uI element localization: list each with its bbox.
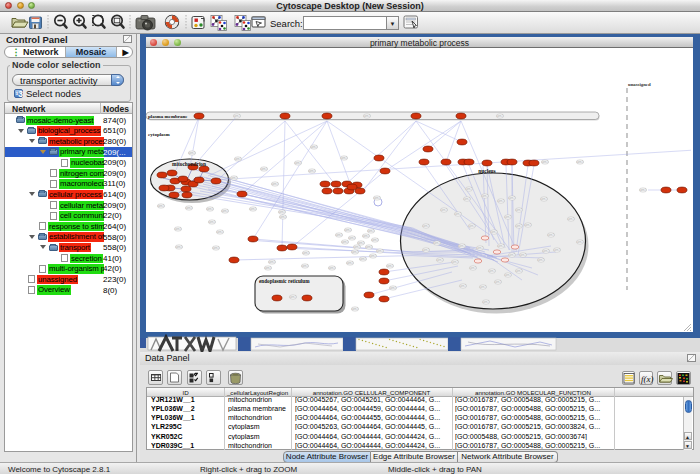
svg-text:ann-l: ann-l [543, 249, 549, 253]
svg-text:ann-l: ann-l [363, 234, 369, 238]
svg-text:ann-l: ann-l [302, 264, 308, 268]
svg-text:unassigned: unassigned [628, 82, 651, 87]
svg-text:ann-l: ann-l [234, 114, 240, 118]
svg-text:ann-l: ann-l [434, 241, 440, 245]
svg-text:ann-l: ann-l [347, 261, 353, 265]
svg-text:ann-l: ann-l [464, 197, 470, 201]
svg-text:ann-l: ann-l [577, 160, 583, 164]
svg-text:ann-l: ann-l [466, 187, 472, 191]
svg-text:cytoplasm: cytoplasm [148, 132, 171, 137]
svg-text:f(x): f(x) [641, 374, 654, 384]
svg-text:ann-l: ann-l [217, 230, 223, 234]
svg-text:ann-l: ann-l [390, 286, 396, 290]
svg-text:ann-l: ann-l [366, 245, 372, 249]
svg-text:ann-l: ann-l [516, 208, 522, 212]
svg-text:ann-l: ann-l [358, 241, 364, 245]
svg-text:ann-l: ann-l [577, 240, 583, 244]
svg-text:ann-l: ann-l [354, 245, 360, 249]
svg-text:ann-l: ann-l [311, 145, 317, 149]
svg-text:ann-l: ann-l [423, 248, 429, 252]
svg-text:ann-l: ann-l [516, 224, 522, 228]
svg-text:ann-l: ann-l [250, 207, 256, 211]
svg-text:ann-l: ann-l [452, 260, 458, 264]
svg-text:ann-l: ann-l [520, 253, 526, 257]
svg-text:plasma membrane: plasma membrane [148, 114, 188, 119]
svg-text:ann-l: ann-l [498, 244, 504, 248]
svg-text:ann-l: ann-l [207, 207, 213, 211]
svg-text:ann-l: ann-l [482, 194, 488, 198]
svg-text:ann-l: ann-l [295, 161, 301, 165]
svg-text:ann-l: ann-l [470, 266, 476, 270]
svg-text:ann-l: ann-l [231, 176, 237, 180]
svg-text:ann-l: ann-l [265, 266, 271, 270]
svg-text:ann-l: ann-l [189, 151, 195, 155]
svg-text:ann-l: ann-l [495, 280, 501, 284]
svg-text:ann-l: ann-l [441, 208, 447, 212]
svg-text:ann-l: ann-l [368, 229, 374, 233]
svg-text:ann-l: ann-l [640, 188, 646, 192]
svg-text:ann-l: ann-l [213, 246, 219, 250]
svg-text:ann-l: ann-l [377, 249, 383, 253]
svg-text:ann-l: ann-l [303, 251, 309, 255]
svg-text:ann-l: ann-l [279, 210, 285, 214]
svg-text:ann-l: ann-l [235, 157, 241, 161]
svg-text:ann-l: ann-l [329, 266, 335, 270]
svg-text:ann-l: ann-l [538, 258, 544, 262]
svg-text:ann-l: ann-l [360, 257, 366, 261]
svg-text:ann-l: ann-l [372, 238, 378, 242]
svg-text:ann-l: ann-l [455, 212, 461, 216]
svg-text:ann-l: ann-l [516, 269, 522, 273]
svg-text:ann-l: ann-l [370, 254, 376, 258]
svg-text:ann-l: ann-l [542, 160, 548, 164]
svg-text:ann-l: ann-l [341, 156, 347, 160]
svg-text:ann-l: ann-l [280, 215, 286, 219]
svg-text:ann-l: ann-l [460, 284, 466, 288]
svg-text:ann-l: ann-l [423, 224, 429, 228]
svg-text:mitochondrion: mitochondrion [172, 161, 206, 167]
svg-text:ann-l: ann-l [222, 209, 228, 213]
svg-text:ann-l: ann-l [352, 250, 358, 254]
svg-text:ann-l: ann-l [352, 307, 358, 311]
svg-text:ann-l: ann-l [349, 236, 355, 240]
svg-text:ann-l: ann-l [269, 260, 275, 264]
svg-text:ann-l: ann-l [505, 273, 511, 277]
svg-text:ann-l: ann-l [336, 233, 342, 237]
svg-text:ann-l: ann-l [483, 300, 489, 304]
svg-text:ann-l: ann-l [489, 269, 495, 273]
svg-text:ann-l: ann-l [342, 240, 348, 244]
svg-text:ann-l: ann-l [525, 223, 531, 227]
svg-text:ann-l: ann-l [548, 233, 554, 237]
svg-text:ann-l: ann-l [509, 253, 515, 257]
svg-text:ann-l: ann-l [175, 227, 181, 231]
svg-text:ann-l: ann-l [498, 199, 504, 203]
svg-text:ann-l: ann-l [477, 246, 483, 250]
svg-text:ann-l: ann-l [480, 285, 486, 289]
svg-text:ann-l: ann-l [509, 196, 515, 200]
svg-text:ann-l: ann-l [568, 217, 574, 221]
svg-text:ann-l: ann-l [505, 215, 511, 219]
svg-text:ann-l: ann-l [469, 224, 475, 228]
svg-text:ann-l: ann-l [554, 248, 560, 252]
svg-text:endoplasmic reticulum: endoplasmic reticulum [259, 278, 310, 284]
svg-text:ann-l: ann-l [261, 167, 267, 171]
svg-text:ann-l: ann-l [290, 295, 296, 299]
svg-text:ann-l: ann-l [158, 204, 164, 208]
svg-text:ann-l: ann-l [387, 264, 393, 268]
svg-text:ann-l: ann-l [309, 169, 315, 173]
svg-text:ann-l: ann-l [497, 114, 503, 118]
svg-text:nucleus: nucleus [478, 168, 495, 174]
svg-text:ann-l: ann-l [186, 206, 192, 210]
svg-text:ann-l: ann-l [345, 228, 351, 232]
svg-text:ann-l: ann-l [437, 258, 443, 262]
svg-text:ann-l: ann-l [491, 230, 497, 234]
svg-text:ann-l: ann-l [374, 196, 380, 200]
svg-text:ann-l: ann-l [541, 197, 547, 201]
svg-text:ann-l: ann-l [364, 114, 370, 118]
svg-text:ann-l: ann-l [272, 182, 278, 186]
svg-text:ann-l: ann-l [209, 220, 215, 224]
svg-text:ann-l: ann-l [459, 244, 465, 248]
svg-text:ann-l: ann-l [176, 245, 182, 249]
